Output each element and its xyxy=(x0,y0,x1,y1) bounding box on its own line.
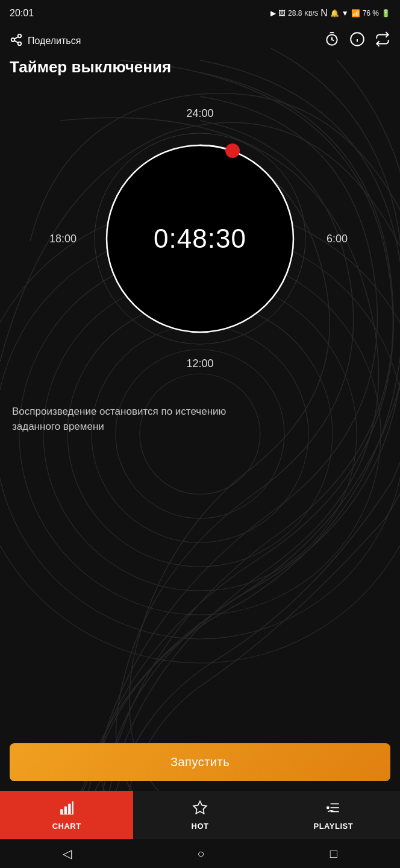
share-icon xyxy=(10,33,23,49)
play-icon: ▶ xyxy=(270,9,276,17)
status-time: 20:01 xyxy=(10,8,34,19)
clock-label-top: 24:00 xyxy=(186,107,213,120)
playlist-icon xyxy=(325,800,341,819)
nav-label-playlist: PLAYLIST xyxy=(313,822,353,831)
nav-item-hot[interactable]: HOT xyxy=(133,791,266,839)
clock-section[interactable]: 24:00 6:00 12:00 18:00 0:48:30 xyxy=(0,86,400,392)
svg-point-1 xyxy=(18,34,22,37)
svg-line-4 xyxy=(14,40,18,43)
mute-icon: 🔔 xyxy=(330,9,339,17)
nav-label-hot: HOT xyxy=(192,822,209,831)
speed-unit: KB/S xyxy=(304,10,318,17)
svg-rect-16 xyxy=(68,804,70,814)
nav-item-chart[interactable]: CHART xyxy=(0,791,133,839)
gallery-icon: 🖼 xyxy=(278,9,286,17)
wifi-icon: ▼ xyxy=(342,9,349,17)
home-button[interactable]: ○ xyxy=(197,847,204,861)
svg-point-13 xyxy=(225,143,240,158)
back-button[interactable]: ◁ xyxy=(63,846,72,861)
nav-label-chart: CHART xyxy=(52,822,81,831)
nfc-icon: N xyxy=(320,8,328,19)
svg-line-5 xyxy=(14,36,18,39)
share-label: Поделиться xyxy=(28,36,81,46)
clock-label-right: 6:00 xyxy=(327,233,348,245)
status-bar: 20:01 ▶ 🖼 28.8 KB/S N 🔔 ▼ 📶 76 % 🔋 xyxy=(0,0,400,27)
timer-display: 0:48:30 xyxy=(154,224,246,254)
top-icons xyxy=(324,31,390,51)
svg-rect-17 xyxy=(72,801,73,814)
nav-item-playlist[interactable]: PLAYLIST xyxy=(267,791,400,839)
bottom-nav: CHART HOT PLAYLIST xyxy=(0,791,400,839)
battery-text: 76 % xyxy=(363,9,379,17)
share-button[interactable]: Поделиться xyxy=(10,33,81,49)
system-nav: ◁ ○ □ xyxy=(0,839,400,868)
status-icons: ▶ 🖼 28.8 KB/S N 🔔 ▼ 📶 76 % 🔋 xyxy=(270,8,390,19)
page-title: Таймер выключения xyxy=(0,55,400,86)
recent-button[interactable]: □ xyxy=(330,847,337,861)
chart-icon xyxy=(59,800,75,819)
signal-icon: 📶 xyxy=(351,9,360,17)
clock-dial[interactable]: 24:00 6:00 12:00 18:00 0:48:30 xyxy=(86,124,314,353)
speed-text: 28.8 xyxy=(288,9,302,17)
svg-point-3 xyxy=(18,42,22,45)
battery-icon: 🔋 xyxy=(381,9,390,17)
main-content: Поделиться xyxy=(0,27,400,868)
svg-point-2 xyxy=(11,38,15,42)
hot-icon xyxy=(192,800,208,819)
repeat-icon-btn[interactable] xyxy=(375,31,390,51)
info-icon-btn[interactable] xyxy=(349,31,365,51)
svg-marker-18 xyxy=(193,801,207,814)
top-bar: Поделиться xyxy=(0,27,400,55)
svg-rect-14 xyxy=(60,809,63,814)
svg-rect-15 xyxy=(64,806,66,814)
launch-button[interactable]: Запустить xyxy=(10,743,390,781)
clock-label-bottom: 12:00 xyxy=(186,357,213,370)
timer-icon-btn[interactable] xyxy=(324,31,340,51)
clock-label-left: 18:00 xyxy=(49,233,77,245)
svg-point-22 xyxy=(327,807,329,808)
info-text: Воспроизведение остановится по истечению… xyxy=(0,392,289,453)
